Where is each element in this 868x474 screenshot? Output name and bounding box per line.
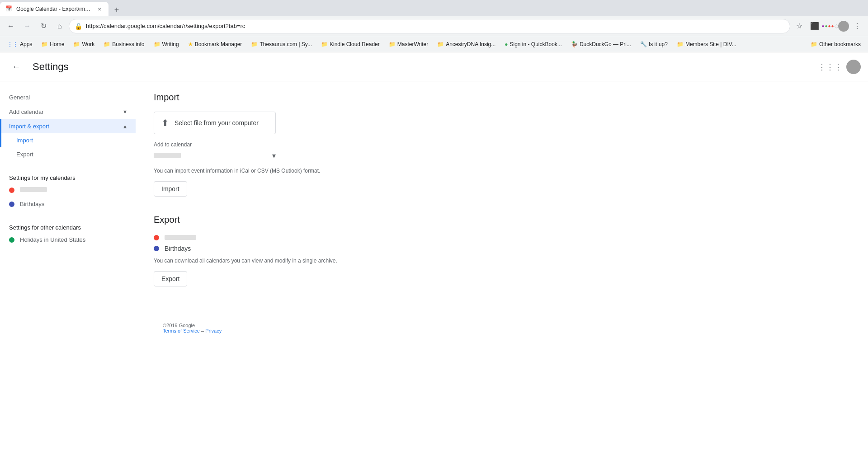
export-section: Export Birthdays You can download all ca… xyxy=(154,215,850,286)
sidebar-item-add-calendar[interactable]: Add calendar ▾ xyxy=(0,104,136,119)
cast-button[interactable]: ⬛ xyxy=(807,19,822,33)
bookmark-home[interactable]: 📁 Home xyxy=(38,39,68,49)
sidebar-item-export[interactable]: Export xyxy=(0,147,136,161)
apps-icon: ⋮⋮ xyxy=(7,41,18,47)
back-button[interactable]: ← xyxy=(4,19,18,33)
bookmark-masterwriter[interactable]: 📁 MasterWriter xyxy=(385,39,432,49)
bookmark-quickbooks[interactable]: ● Sign in - QuickBook... xyxy=(501,39,566,49)
export-button[interactable]: Export xyxy=(154,271,187,286)
extensions-button[interactable]: ● ● ● ● ◌ xyxy=(823,19,837,33)
export-cal1-name xyxy=(165,234,196,241)
sidebar-item-import-export[interactable]: Import & export ▴ xyxy=(0,119,136,133)
bookmark-kindle[interactable]: 📁 Kindle Cloud Reader xyxy=(317,39,383,49)
bookmark-isitup[interactable]: 🔧 Is it up? xyxy=(637,39,671,49)
privacy-link[interactable]: Privacy xyxy=(205,328,222,333)
bookmark-business-label: Business info xyxy=(112,41,144,47)
bookmark-thesaurus-label: Thesaurus.com | Sy... xyxy=(259,41,312,47)
import-button[interactable]: Import xyxy=(154,181,187,197)
sidebar: General Add calendar ▾ Import & export ▴… xyxy=(0,81,136,474)
other-bookmarks-icon: 📁 xyxy=(811,41,817,47)
writing-folder-icon: 📁 xyxy=(154,41,160,47)
avatar[interactable] xyxy=(846,60,861,74)
sidebar-item-holidays[interactable]: Holidays in United States xyxy=(0,233,136,247)
work-folder-icon: 📁 xyxy=(73,41,80,47)
export-cal1-dot xyxy=(154,235,159,240)
content-area: Import ⬆ Select file from your computer … xyxy=(136,81,868,474)
bookmark-quickbooks-label: Sign in - QuickBook... xyxy=(509,41,561,47)
duckduckgo-icon: 🦆 xyxy=(571,41,578,47)
export-cal2-name: Birthdays xyxy=(165,245,191,252)
kindle-folder-icon: 📁 xyxy=(321,41,328,47)
navigation-bar: ← → ↻ ⌂ 🔒 https://calendar.google.com/ca… xyxy=(0,16,868,36)
bookmark-manager[interactable]: ★ Bookmark Manager xyxy=(184,39,246,49)
bookmark-work-label: Work xyxy=(82,41,94,47)
bookmark-apps-label: Apps xyxy=(20,41,32,47)
import-export-label: Import & export xyxy=(9,123,49,130)
isitup-icon: 🔧 xyxy=(640,41,647,47)
forward-button[interactable]: → xyxy=(20,19,34,33)
add-to-calendar-container: Add to calendar ▾ xyxy=(154,141,850,162)
settings-my-calendars-title: Settings for my calendars xyxy=(9,174,127,181)
tab-close-button[interactable]: ✕ xyxy=(96,5,103,13)
birthdays-label: Birthdays xyxy=(20,201,44,207)
export-hint-text: You can download all calendars you can v… xyxy=(154,258,425,264)
home-button[interactable]: ⌂ xyxy=(52,19,67,33)
bookmark-isitup-label: Is it up? xyxy=(649,41,668,47)
calendar-dropdown-value xyxy=(154,152,272,160)
google-apps-button[interactable]: ⋮⋮⋮ xyxy=(821,58,839,76)
bookmark-apps[interactable]: ⋮⋮ Apps xyxy=(4,39,36,49)
bookmark-business-info[interactable]: 📁 Business info xyxy=(100,39,148,49)
other-bookmarks[interactable]: 📁 Other bookmarks xyxy=(807,39,864,49)
sidebar-item-import[interactable]: Import xyxy=(0,133,136,147)
address-bar[interactable]: 🔒 https://calendar.google.com/calendar/r… xyxy=(69,19,790,33)
bookmark-ancestry-label: AncestryDNA Insig... xyxy=(446,41,495,47)
bookmark-masterwriter-label: MasterWriter xyxy=(397,41,428,47)
app-header: ← Settings ⋮⋮⋮ xyxy=(0,52,868,81)
dropdown-arrow-icon: ▾ xyxy=(272,151,276,160)
active-tab[interactable]: 📅 Google Calendar - Export/impor... ✕ xyxy=(0,2,108,16)
copyright-text: ©2019 Google xyxy=(163,323,841,328)
bookmark-work[interactable]: 📁 Work xyxy=(70,39,98,49)
add-calendar-label: Add calendar xyxy=(9,108,44,115)
bookmark-star-icon: ★ xyxy=(188,41,193,47)
bookmark-members-label: Members Site | DIV... xyxy=(685,41,736,47)
page-footer: ©2019 Google Terms of Service – Privacy xyxy=(154,314,850,343)
calendar-blurred-value xyxy=(154,153,181,158)
holidays-color-dot xyxy=(9,237,14,243)
sidebar-item-my-calendar[interactable] xyxy=(0,183,136,197)
terms-of-service-link[interactable]: Terms of Service xyxy=(163,328,200,333)
select-file-label: Select file from your computer xyxy=(175,119,259,127)
select-file-button[interactable]: ⬆ Select file from your computer xyxy=(154,112,276,134)
bookmark-members[interactable]: 📁 Members Site | DIV... xyxy=(673,39,740,49)
bookmark-home-label: Home xyxy=(50,41,64,47)
add-to-calendar-label: Add to calendar xyxy=(154,141,850,148)
bookmark-duckduckgo[interactable]: 🦆 DuckDuckGo — Pri... xyxy=(567,39,635,49)
refresh-button[interactable]: ↻ xyxy=(36,19,51,33)
menu-button[interactable]: ⋮ xyxy=(850,19,864,33)
import-hint-text: You can import event information in iCal… xyxy=(154,168,425,174)
bookmark-thesaurus[interactable]: 📁 Thesaurus.com | Sy... xyxy=(247,39,316,49)
other-bookmarks-label: Other bookmarks xyxy=(819,41,861,47)
new-tab-button[interactable]: + xyxy=(110,4,123,16)
export-cal2-dot xyxy=(154,246,159,251)
bookmark-writing-label: Writing xyxy=(162,41,179,47)
sidebar-item-general[interactable]: General xyxy=(0,90,136,104)
profile-button[interactable] xyxy=(838,21,849,32)
grid-dots-icon: ⋮⋮⋮ xyxy=(818,62,842,72)
bookmark-writing[interactable]: 📁 Writing xyxy=(150,39,183,49)
bookmark-star-button[interactable]: ☆ xyxy=(792,19,807,33)
calendar-dropdown[interactable]: ▾ xyxy=(154,150,276,162)
bookmark-ancestry[interactable]: 📁 AncestryDNA Insig... xyxy=(434,39,499,49)
bookmarks-bar: ⋮⋮ Apps 📁 Home 📁 Work 📁 Business info 📁 … xyxy=(0,36,868,52)
settings-back-button[interactable]: ← xyxy=(7,58,25,76)
export-calendar-row-1 xyxy=(154,234,850,241)
import-section-title: Import xyxy=(154,92,850,103)
add-calendar-expand-icon: ▾ xyxy=(123,108,127,115)
export-calendar-list: Birthdays xyxy=(154,234,850,252)
masterwriter-folder-icon: 📁 xyxy=(389,41,396,47)
sidebar-item-birthdays[interactable]: Birthdays xyxy=(0,197,136,211)
my-calendar-color-dot xyxy=(9,188,14,193)
import-export-expand-icon: ▴ xyxy=(123,122,127,130)
footer-separator: – xyxy=(201,328,205,333)
settings-other-calendars-title: Settings for other calendars xyxy=(9,224,127,231)
